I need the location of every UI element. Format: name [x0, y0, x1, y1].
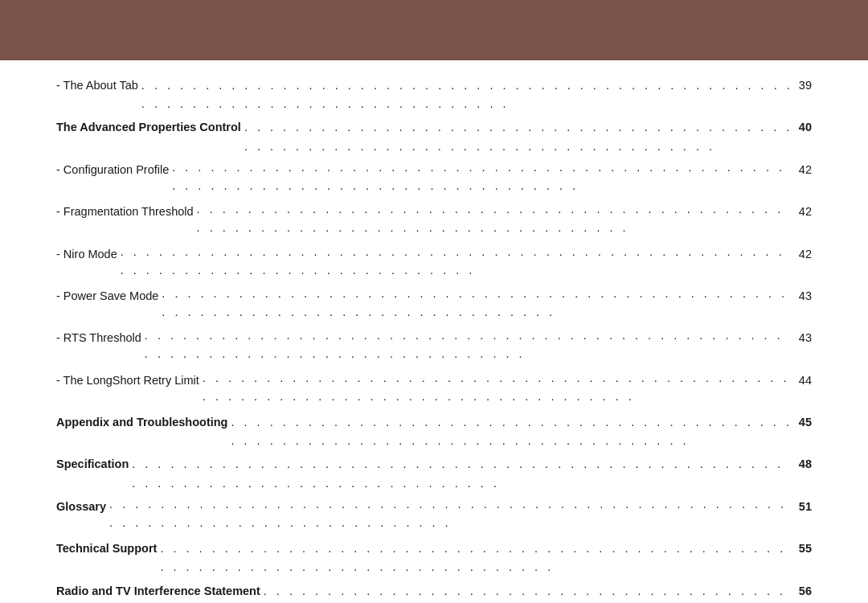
- toc-content: - The About Tab. . . . . . . . . . . . .…: [0, 60, 868, 603]
- toc-row: - Niro Mode· · · · · · · · · · · · · · ·…: [56, 245, 812, 282]
- toc-page-number: 40: [799, 118, 812, 137]
- toc-label: - The About Tab: [56, 76, 138, 95]
- toc-page-number: 43: [799, 329, 812, 347]
- toc-row: Glossary· · · · · · · · · · · · · · · · …: [56, 498, 812, 535]
- toc-page-number: 43: [799, 287, 812, 306]
- toc-dots: . . . . . . . . . . . . . . . . . . . . …: [141, 76, 796, 113]
- toc-dots: . . . . . . . . . . . . . . . . . . . . …: [160, 539, 795, 576]
- toc-label: The Advanced Properties Control: [56, 118, 241, 137]
- toc-page-number: 42: [799, 161, 812, 179]
- toc-row: - RTS Threshold· · · · · · · · · · · · ·…: [56, 329, 812, 366]
- toc-dots: . . . . . . . . . . . . . . . . . . . . …: [231, 413, 795, 450]
- toc-label: - Fragmentation Threshold: [56, 203, 194, 221]
- toc-label: - Configuration Profile: [56, 161, 169, 179]
- toc-label: - Niro Mode: [56, 245, 117, 264]
- toc-label: Specification: [56, 455, 129, 474]
- toc-dots: . . . . . . . . . . . . . . . . . . . . …: [244, 118, 796, 155]
- toc-page-number: 44: [799, 371, 812, 390]
- toc-dots: . . . . . . . . . . . . . . . . . . . . …: [132, 455, 796, 492]
- toc-label: Radio and TV Interference Statement: [56, 582, 260, 601]
- toc-dots: · · · · · · · · · · · · · · · · · · · · …: [162, 287, 796, 324]
- toc-dots: · · · · · · · · · · · · · · · · · · · · …: [145, 329, 796, 366]
- toc-dots: · · · · · · · · · · · · · · · · · · · · …: [197, 203, 796, 240]
- toc-dots: . . . . . . . . . . . . . . . . . . . . …: [264, 582, 796, 604]
- toc-dots: · · · · · · · · · · · · · · · · · · · · …: [109, 498, 796, 535]
- toc-dots: · · · · · · · · · · · · · · · · · · · · …: [121, 245, 796, 282]
- toc-row: - Fragmentation Threshold· · · · · · · ·…: [56, 203, 812, 240]
- toc-page-number: 55: [799, 539, 812, 558]
- toc-row: - The About Tab. . . . . . . . . . . . .…: [56, 76, 812, 113]
- toc-row: Appendix and Troubleshooting. . . . . . …: [56, 413, 812, 450]
- toc-label: - The LongShort Retry Limit: [56, 371, 199, 390]
- toc-row: - Configuration Profile· · · · · · · · ·…: [56, 161, 812, 198]
- toc-page-number: 42: [799, 203, 812, 221]
- toc-page-number: 56: [799, 582, 812, 601]
- toc-page-number: 39: [799, 76, 812, 95]
- toc-label: Technical Support: [56, 539, 157, 558]
- header-bar: [0, 0, 868, 60]
- toc-row: The Advanced Properties Control. . . . .…: [56, 118, 812, 155]
- toc-row: Technical Support. . . . . . . . . . . .…: [56, 539, 812, 576]
- toc-page-number: 45: [799, 413, 812, 432]
- toc-page-number: 42: [799, 245, 812, 264]
- toc-row: Radio and TV Interference Statement. . .…: [56, 582, 812, 604]
- toc-label: Glossary: [56, 498, 106, 516]
- toc-page-number: 48: [799, 455, 812, 474]
- toc-label: - Power Save Mode: [56, 287, 158, 306]
- toc-page-number: 51: [799, 498, 812, 516]
- toc-dots: · · · · · · · · · · · · · · · · · · · · …: [172, 161, 796, 198]
- toc-label: - RTS Threshold: [56, 329, 141, 347]
- toc-dots: · · · · · · · · · · · · · · · · · · · · …: [203, 371, 796, 408]
- toc-label: Appendix and Troubleshooting: [56, 413, 227, 432]
- toc-row: - Power Save Mode· · · · · · · · · · · ·…: [56, 287, 812, 324]
- toc-row: - The LongShort Retry Limit· · · · · · ·…: [56, 371, 812, 408]
- toc-row: Specification. . . . . . . . . . . . . .…: [56, 455, 812, 492]
- page-container: - The About Tab. . . . . . . . . . . . .…: [0, 0, 868, 603]
